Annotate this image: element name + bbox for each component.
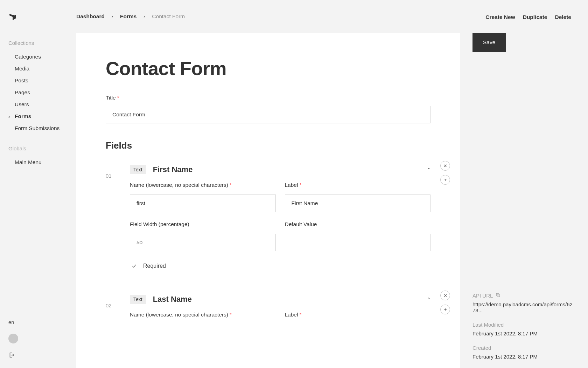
chevron-right-icon: › [8,114,13,119]
sidebar-item-media[interactable]: Media [8,63,68,75]
copy-icon[interactable] [496,293,500,299]
chevron-up-icon: ⌃ [427,167,430,172]
last-modified-label: Last Modified [472,322,575,328]
sidebar-item-forms[interactable]: ›Forms [8,110,68,122]
width-input[interactable] [130,234,276,251]
name-input[interactable] [130,195,276,212]
right-rail: Create New Duplicate Delete Save API URL… [472,33,588,368]
save-button[interactable]: Save [472,33,506,52]
sidebar-item-main-menu[interactable]: Main Menu [8,156,68,168]
add-block-button[interactable]: ＋ [440,175,450,185]
block-title: Last Name [153,295,420,304]
check-icon [132,264,136,268]
sidebar-item-users[interactable]: Users [8,98,68,110]
title-label: Title* [106,95,430,101]
block-number: 02 [106,290,120,331]
block-type-pill: Text [130,165,146,174]
chevron-right-icon: › [144,14,145,19]
logo-icon[interactable] [8,13,68,23]
remove-block-button[interactable]: ✕ [440,161,450,171]
sidebar-item-pages[interactable]: Pages [8,87,68,98]
default-value-label: Default Value [285,221,431,227]
language-selector[interactable]: en [8,319,68,325]
breadcrumb-current: Contact Form [152,13,185,20]
created-value: February 1st 2022, 8:17 PM [472,354,575,360]
label-label: Label* [285,312,431,318]
svg-rect-0 [497,294,500,297]
avatar[interactable] [8,334,18,343]
breadcrumb: Dashboard › Forms › Contact Form [76,13,185,20]
add-block-button[interactable]: ＋ [440,305,450,314]
chevron-up-icon: ⌃ [427,297,430,302]
required-label: Required [143,263,166,269]
block-type-pill: Text [130,295,146,304]
editor-panel: Contact Form Title* Fields 01 ✕ ＋ Text [76,33,460,368]
breadcrumb-dashboard[interactable]: Dashboard [76,13,105,20]
title-input[interactable] [106,106,430,123]
sidebar: Collections Categories Media Posts Pages… [0,0,76,368]
sidebar-item-form-submissions[interactable]: Form Submissions [8,122,68,134]
globals-heading: Globals [8,145,68,151]
fields-heading: Fields [106,140,430,151]
field-block-02: 02 ✕ ＋ Text Last Name ⌃ [106,290,430,331]
page-title: Contact Form [106,57,430,79]
chevron-right-icon: › [112,14,113,19]
svg-rect-1 [497,293,499,296]
sidebar-item-posts[interactable]: Posts [8,75,68,87]
label-input[interactable] [285,195,431,212]
required-checkbox[interactable] [130,262,138,270]
last-modified-value: February 1st 2022, 8:17 PM [472,330,575,336]
collections-heading: Collections [8,40,68,46]
name-label: Name (lowercase, no special characters)* [130,312,276,318]
created-label: Created [472,345,575,351]
block-header[interactable]: Text First Name ⌃ [130,165,430,174]
block-header[interactable]: Text Last Name ⌃ [130,295,430,304]
field-block-01: 01 ✕ ＋ Text First Name ⌃ [106,160,430,277]
remove-block-button[interactable]: ✕ [440,291,450,300]
width-label: Field Width (percentage) [130,221,276,227]
sidebar-item-categories[interactable]: Categories [8,51,68,63]
block-number: 01 [106,160,120,277]
label-label: Label* [285,182,431,188]
logout-icon[interactable] [8,352,68,360]
default-value-input[interactable] [285,234,431,251]
block-title: First Name [153,165,420,174]
breadcrumb-forms[interactable]: Forms [120,13,136,20]
name-label: Name (lowercase, no special characters)* [130,182,276,188]
api-url-label: API URL [472,293,493,299]
api-url-value: https://demo.payloadcms.com/api/forms/62… [472,301,575,313]
